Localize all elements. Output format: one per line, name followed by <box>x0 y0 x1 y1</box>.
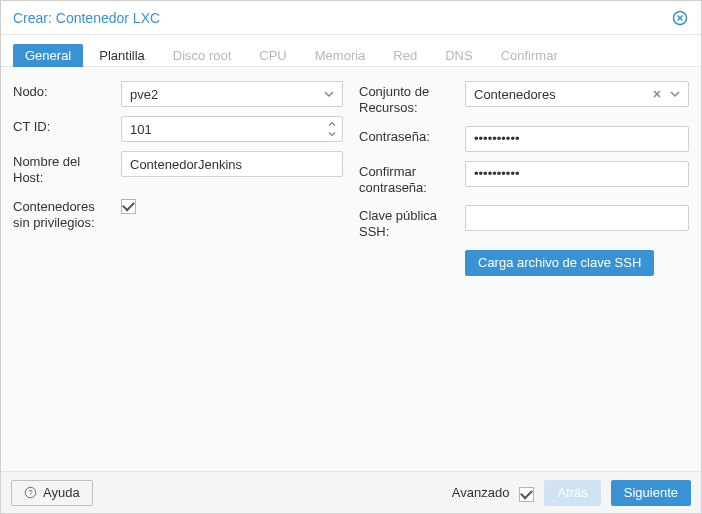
next-button[interactable]: Siguiente <box>611 480 691 506</box>
tab-confirmar: Confirmar <box>489 44 570 69</box>
spinner-triggers <box>325 118 339 140</box>
hostname-input[interactable] <box>121 151 343 177</box>
tab-general[interactable]: General <box>13 44 83 69</box>
chevron-down-icon[interactable] <box>321 86 337 102</box>
unprivileged-checkbox[interactable] <box>121 199 136 214</box>
dialog-titlebar: Crear: Contenedor LXC <box>1 1 701 35</box>
unprivileged-label: Contenedores sin privilegios: <box>13 196 113 232</box>
nodo-combo[interactable] <box>121 81 343 107</box>
tab-dns: DNS <box>433 44 484 69</box>
password-confirm-input[interactable] <box>465 161 689 187</box>
password-input[interactable] <box>465 126 689 152</box>
password-label: Contraseña: <box>359 126 457 145</box>
field-unprivileged: Contenedores sin privilegios: <box>13 196 343 232</box>
tab-plantilla[interactable]: Plantilla <box>87 44 157 69</box>
field-hostname: Nombre del Host: <box>13 151 343 187</box>
advanced-label: Avanzado <box>452 485 510 500</box>
dialog-title: Crear: Contenedor LXC <box>13 10 160 26</box>
field-ctid: CT ID: <box>13 116 343 142</box>
field-nodo: Nodo: <box>13 81 343 107</box>
tab-red: Red <box>381 44 429 69</box>
field-password-confirm: Confirmar contraseña: <box>359 161 689 197</box>
ctid-label: CT ID: <box>13 116 113 135</box>
hostname-label: Nombre del Host: <box>13 151 113 187</box>
right-column: Conjunto de Recursos: Contraseña: <box>359 81 689 457</box>
tab-disco-root: Disco root <box>161 44 244 69</box>
field-ssh-key: Clave pública SSH: <box>359 205 689 241</box>
help-button[interactable]: ? Ayuda <box>11 480 93 506</box>
ssh-key-label: Clave pública SSH: <box>359 205 457 241</box>
close-icon[interactable] <box>671 9 689 27</box>
help-icon: ? <box>24 486 37 499</box>
ssh-key-input[interactable] <box>465 205 689 231</box>
field-password: Contraseña: <box>359 126 689 152</box>
left-column: Nodo: CT ID: <box>13 81 343 457</box>
chevron-down-icon[interactable] <box>667 86 683 102</box>
tab-bar: General Plantilla Disco root CPU Memoria… <box>1 35 701 67</box>
ssh-button-row: Carga archivo de clave SSH <box>465 250 689 276</box>
form-content: Nodo: CT ID: <box>1 67 701 471</box>
ctid-spinner[interactable] <box>121 116 343 142</box>
svg-text:?: ? <box>28 488 32 497</box>
load-ssh-key-button[interactable]: Carga archivo de clave SSH <box>465 250 654 276</box>
advanced-checkbox[interactable] <box>519 487 534 502</box>
chevron-up-icon[interactable] <box>325 119 339 129</box>
dialog-footer: ? Ayuda Avanzado Atrás Siguiente <box>1 471 701 513</box>
clear-icon[interactable] <box>649 86 665 102</box>
help-label: Ayuda <box>43 485 80 500</box>
chevron-down-icon[interactable] <box>325 129 339 139</box>
password-confirm-label: Confirmar contraseña: <box>359 161 457 197</box>
tab-memoria: Memoria <box>303 44 378 69</box>
field-pool: Conjunto de Recursos: <box>359 81 689 117</box>
nodo-label: Nodo: <box>13 81 113 100</box>
tab-cpu: CPU <box>247 44 298 69</box>
create-container-dialog: Crear: Contenedor LXC General Plantilla … <box>0 0 702 514</box>
back-button: Atrás <box>544 480 600 506</box>
pool-label: Conjunto de Recursos: <box>359 81 457 117</box>
